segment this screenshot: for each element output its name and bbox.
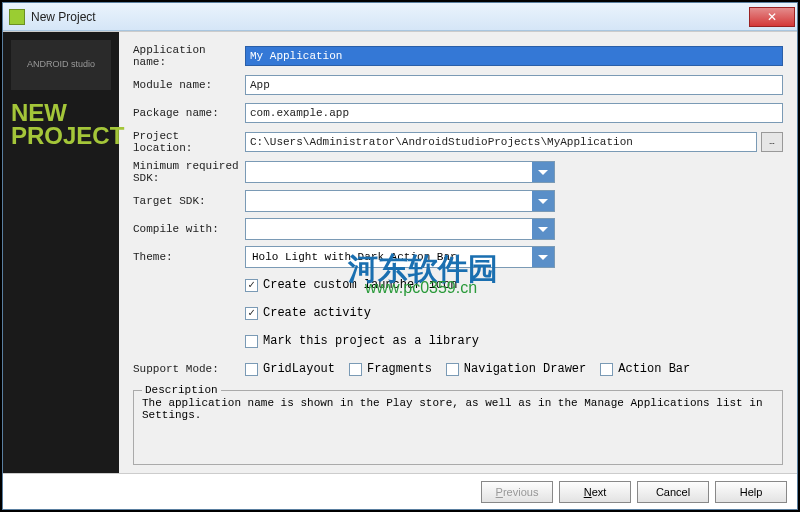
module-name-label: Module name:: [133, 79, 245, 91]
previous-button[interactable]: Previous: [481, 481, 553, 503]
navigation-drawer-checkbox[interactable]: Navigation Drawer: [446, 362, 586, 376]
compile-with-label: Compile with:: [133, 223, 245, 235]
app-name-label: Application name:: [133, 44, 245, 68]
sidebar: ANDROID studio NEW PROJECT: [3, 32, 119, 473]
create-activity-checkbox[interactable]: ✓Create activity: [245, 306, 371, 320]
cancel-button[interactable]: Cancel: [637, 481, 709, 503]
project-location-input[interactable]: [245, 132, 757, 152]
package-name-label: Package name:: [133, 107, 245, 119]
browse-button[interactable]: …: [761, 132, 783, 152]
app-name-input[interactable]: [245, 46, 783, 66]
min-sdk-select[interactable]: [245, 161, 555, 183]
android-studio-logo: ANDROID studio: [11, 40, 111, 90]
titlebar: New Project ✕: [3, 3, 797, 31]
chevron-down-icon: [532, 219, 554, 239]
next-button[interactable]: Next: [559, 481, 631, 503]
action-bar-checkbox[interactable]: Action Bar: [600, 362, 690, 376]
gridlayout-checkbox[interactable]: GridLayout: [245, 362, 335, 376]
sidebar-headline: NEW PROJECT: [11, 102, 111, 148]
target-sdk-select[interactable]: [245, 190, 555, 212]
module-name-input[interactable]: [245, 75, 783, 95]
description-text: The application name is shown in the Pla…: [142, 397, 774, 421]
help-button[interactable]: Help: [715, 481, 787, 503]
chevron-down-icon: [532, 247, 554, 267]
description-box: Description The application name is show…: [133, 390, 783, 465]
theme-label: Theme:: [133, 251, 245, 263]
project-location-label: Project location:: [133, 130, 245, 154]
mark-library-checkbox[interactable]: Mark this project as a library: [245, 334, 479, 348]
launcher-icon-checkbox[interactable]: ✓Create custom launcher icon: [245, 278, 457, 292]
theme-select[interactable]: Holo Light with Dark Action Bar: [245, 246, 555, 268]
window-title: New Project: [31, 10, 749, 24]
package-name-input[interactable]: [245, 103, 783, 123]
compile-with-select[interactable]: [245, 218, 555, 240]
support-mode-label: Support Mode:: [133, 363, 245, 375]
description-header: Description: [142, 384, 221, 396]
target-sdk-label: Target SDK:: [133, 195, 245, 207]
min-sdk-label: Minimum required SDK:: [133, 160, 245, 184]
close-button[interactable]: ✕: [749, 7, 795, 27]
chevron-down-icon: [532, 162, 554, 182]
chevron-down-icon: [532, 191, 554, 211]
fragments-checkbox[interactable]: Fragments: [349, 362, 432, 376]
button-bar: Previous Next Cancel Help: [3, 473, 797, 509]
app-icon: [9, 9, 25, 25]
